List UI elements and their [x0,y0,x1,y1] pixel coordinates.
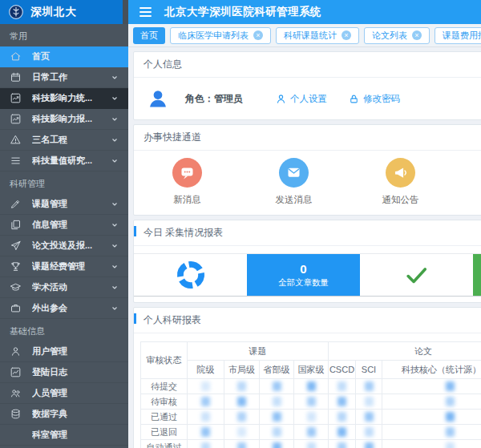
database-icon [10,408,22,420]
report-cell[interactable] [382,379,481,394]
tab-close-icon[interactable]: × [412,30,422,40]
report-cell[interactable] [356,425,382,440]
row-label: 已通过 [141,410,188,425]
blurred-value [201,427,210,437]
report-cell[interactable] [382,410,481,425]
blurred-value [201,381,210,391]
report-cell[interactable] [188,440,224,448]
report-cell[interactable] [329,440,356,448]
sidebar-item[interactable]: 信息管理 [0,215,128,236]
chevron-down-icon [111,242,119,250]
personal-settings-link[interactable]: 个人设置 [275,93,327,105]
report-cell[interactable] [294,440,329,448]
report-cell[interactable] [260,410,294,425]
sidebar-item[interactable]: 科室管理 [0,425,128,446]
sidebar-item[interactable]: 学术活动 [0,277,128,298]
stat-tile[interactable]: 0全部文章数量 [247,254,360,296]
sidebar-item[interactable]: 数据字典 [0,404,128,425]
report-cell[interactable] [329,394,356,410]
sidebar-item[interactable]: 科技影响力统... [0,88,128,109]
report-cell[interactable] [294,379,329,394]
report-cell[interactable] [356,379,382,394]
report-cell[interactable] [356,410,382,425]
blurred-value [201,397,210,406]
chart-icon [10,113,22,125]
report-cell[interactable] [188,425,224,440]
report-cell[interactable] [294,425,329,440]
report-cell[interactable] [224,440,260,448]
report-cell[interactable] [224,379,260,394]
report-cell[interactable] [329,379,356,394]
sidebar-item[interactable]: 课题经费管理 [0,256,128,277]
blurred-value [365,381,374,391]
report-cell[interactable] [188,394,224,410]
report-cell[interactable] [224,410,260,425]
blurred-value [307,381,316,391]
tab-label: 课题费用报表 [443,30,481,42]
tab-label: 论文列表 [372,30,407,42]
report-cell[interactable] [329,410,356,425]
sidebar-item[interactable]: 论文投送及报... [0,236,128,256]
quick-channel-mail[interactable]: 发送消息 [240,158,347,206]
report-cell[interactable] [382,440,481,448]
report-cell[interactable] [260,440,294,448]
report-cell[interactable] [382,425,481,440]
sidebar-item[interactable]: 登陆日志 [0,362,128,383]
tab[interactable]: 科研课题统计× [276,27,359,44]
top-bar: 深圳北大 北京大学深圳医院科研管理系统 [0,0,481,24]
sidebar-item-label: 科技影响力统... [32,92,111,104]
tab[interactable]: 课题费用报表× [435,27,481,44]
column-group-header: 课题 [188,342,329,361]
report-cell[interactable] [294,410,329,425]
report-cell[interactable] [188,410,224,425]
quick-channel-horn[interactable]: 通知公告 [347,158,454,206]
row-label: 待提交 [141,379,188,394]
tab[interactable]: 首页 [133,27,165,44]
sidebar-item[interactable]: 外出参会 [0,298,128,319]
report-cell[interactable] [260,394,294,410]
report-cell[interactable] [260,379,294,394]
tab[interactable]: 论文列表× [364,27,430,44]
sidebar-item[interactable]: 首页 [0,46,128,67]
report-cell[interactable] [356,394,382,410]
blurred-value [307,427,316,437]
channel-label: 发送消息 [276,194,313,206]
chart-icon [10,92,22,104]
spinner-tile[interactable] [134,254,247,296]
sidebar-item[interactable]: 用户管理 [0,341,128,362]
report-cell[interactable] [224,425,260,440]
report-cell[interactable] [382,394,481,410]
panel-quick-channel: 办事快捷通道 新消息发送消息通知公告 [133,124,481,216]
check-tile[interactable] [360,254,473,296]
report-cell[interactable] [294,394,329,410]
report-cell[interactable] [260,425,294,440]
blurred-value [307,397,316,406]
column-header: 国家级 [294,361,329,379]
calendar-icon [10,71,22,83]
tab-close-icon[interactable]: × [342,30,351,40]
tab-close-icon[interactable]: × [253,30,263,40]
color-tile[interactable] [473,254,481,296]
tab[interactable]: 临床医学申请列表× [170,27,271,44]
sidebar-item[interactable]: 课题管理 [0,194,128,215]
report-cell[interactable] [224,394,260,410]
report-cell[interactable] [356,440,382,448]
row-label: 待审核 [141,394,188,410]
alert-icon [10,134,22,146]
report-cell[interactable] [329,425,356,440]
sidebar-item[interactable]: 人员管理 [0,383,128,404]
sidebar-item[interactable]: 三名工程 [0,130,128,151]
sidebar-item-label: 人员管理 [32,387,119,399]
sidebar-item[interactable]: 科技量值研究... [0,151,128,172]
report-cell[interactable] [188,379,224,394]
sidebar-item-label: 外出参会 [32,302,111,314]
table-row: 待审核 [141,394,481,410]
quick-channel-chat[interactable]: 新消息 [134,158,240,206]
menu-toggle-icon[interactable] [139,7,152,17]
sidebar-item[interactable]: 日常工作 [0,67,128,88]
change-password-link[interactable]: 修改密码 [348,93,400,105]
blurred-value [338,427,346,437]
blurred-value [338,381,346,391]
sidebar-item[interactable]: 科技影响力报... [0,109,128,130]
sidebar-item-label: 论文投送及报... [32,240,111,252]
